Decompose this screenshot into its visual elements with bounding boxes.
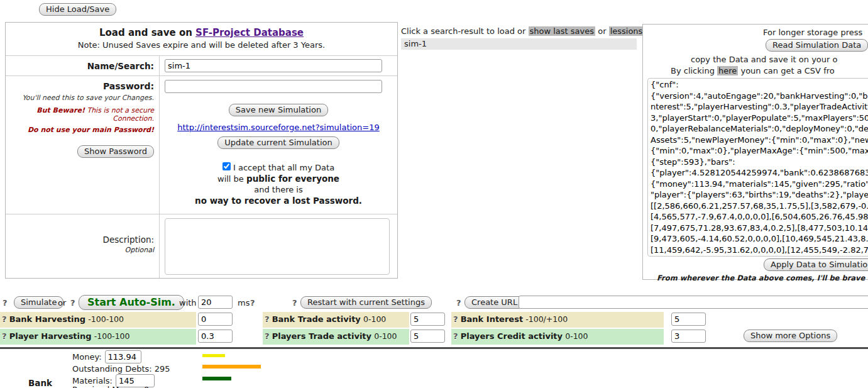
bank-interest-range: -100/+100 [525, 314, 568, 324]
restart-help-icon[interactable]: ? [292, 298, 297, 308]
csv-hint-suffix: youn can get a CSV fro [738, 66, 834, 75]
bank-trade-range: 0-100 [363, 314, 386, 324]
accept-line-3: and there is [160, 184, 397, 196]
search-header-or: or [595, 26, 609, 36]
warning-rest: This is not a secure Connection. [85, 106, 154, 123]
description-textarea[interactable] [165, 218, 390, 275]
bank-harvesting-label: Bank Harvesting [9, 314, 85, 324]
save-new-simulation-button[interactable]: Save new Simulation [229, 104, 328, 116]
players-trade-cell: ? Players Trade activity 0-100 [263, 329, 409, 345]
ms-label: ms [238, 298, 250, 308]
bank-trade-input[interactable] [410, 313, 445, 326]
search-results-header: Click a search-result to load or show la… [401, 26, 637, 36]
start-auto-sim-button[interactable]: Start Auto-Sim. [79, 295, 184, 310]
accept-line-4: no way to recover a lost Password. [195, 196, 362, 206]
description-optional-label: Optional [6, 246, 154, 254]
expire-note: Note: Unused Saves expire and will be de… [6, 40, 397, 50]
players-credit-label: Players Credit activity [461, 331, 563, 341]
simulation-data-panel: For longer storage press Read Simulation… [642, 24, 868, 280]
simulate-help-icon[interactable]: ? [3, 298, 8, 308]
player-harvesting-help-icon[interactable]: ? [2, 331, 7, 341]
description-label: Description: [6, 235, 154, 245]
bank-interest-help-icon[interactable]: ? [453, 314, 458, 324]
password-label: Password: [6, 81, 154, 91]
accept-line-2-prefix: will be [217, 174, 246, 184]
update-simulation-button[interactable]: Update current Simulation [217, 136, 339, 149]
players-credit-range: 0-100 [565, 331, 588, 341]
bank-trade-cell: ? Bank Trade activity 0-100 [263, 312, 409, 328]
show-password-button[interactable]: Show Password [77, 145, 154, 158]
accept-line-1: I accept that all my Data [233, 163, 334, 172]
bank-harvesting-input[interactable] [198, 313, 233, 326]
bank-params-row: ? Bank Harvesting -100-100 ? Bank Trade … [0, 312, 868, 328]
sf-project-database-link[interactable]: SF-Project Database [195, 27, 304, 38]
players-credit-help-icon[interactable]: ? [453, 331, 458, 341]
player-harvesting-range: -100-100 [94, 331, 130, 341]
name-search-input[interactable] [165, 59, 382, 72]
password-warning-2: Do not use your main Password! [6, 126, 154, 134]
apply-data-button[interactable]: Apply Data to Simulation [764, 258, 868, 271]
money-bar [202, 354, 225, 357]
hide-load-save-button[interactable]: Hide Load/Save [39, 3, 116, 16]
bank-interest-input[interactable] [671, 313, 706, 326]
players-trade-input[interactable] [410, 330, 445, 343]
accept-checkbox[interactable] [222, 162, 231, 170]
players-trade-help-icon[interactable]: ? [265, 331, 270, 341]
accept-terms-block: I accept that all my Data will be public… [160, 162, 397, 206]
show-last-saves-link[interactable]: show last saves [529, 26, 596, 36]
search-results-panel: Click a search-result to load or show la… [401, 26, 637, 50]
accept-line-2-bold: public for everyone [246, 174, 339, 184]
players-trade-label: Players Trade activity [272, 331, 371, 341]
storage-hint-line-2: copy the Data and save it on your o [643, 52, 868, 64]
player-harvesting-cell: ? Player Harvesting -100-100 [0, 329, 196, 345]
materials-label: Materials: [72, 376, 113, 385]
apply-data-footnote: From wherever the Data above comes, I'll… [643, 271, 868, 282]
player-harvesting-input[interactable] [198, 330, 233, 343]
money-input[interactable] [105, 350, 141, 363]
password-hint: You'll need this to save your Changes. [6, 94, 154, 102]
search-header-prefix: Click a search-result to load or [401, 26, 529, 36]
interval-help-icon[interactable]: ? [250, 298, 255, 308]
player-params-row: ? Player Harvesting -100-100 ? Players T… [0, 329, 868, 345]
read-simulation-data-button[interactable]: Read Simulation Data [766, 39, 868, 52]
bank-section-label: Bank [28, 378, 52, 388]
password-warning-1: But Beware! This is not a secure Connect… [6, 106, 154, 123]
lessions-link[interactable]: lessions. [609, 26, 647, 36]
search-result-item[interactable]: sim-1 [401, 38, 637, 50]
simulation-url-link[interactable]: http://interestsim.sourceforge.net?simul… [160, 123, 397, 132]
players-credit-cell: ? Players Credit activity 0-100 [451, 329, 664, 345]
show-more-options-button[interactable]: Show more Options [744, 330, 837, 342]
debts-bar [202, 365, 261, 369]
create-url-help-icon[interactable]: ? [456, 298, 461, 308]
create-url-button[interactable]: Create URL [464, 296, 524, 309]
bank-interest-cell: ? Bank Interest -100/+100 [451, 312, 664, 328]
created-url-input[interactable] [519, 296, 868, 309]
simulate-button[interactable]: Simulate [14, 296, 63, 309]
players-credit-input[interactable] [671, 330, 706, 343]
bank-money-row: Money: [72, 350, 141, 363]
bank-harvesting-range: -100-100 [88, 314, 124, 324]
players-trade-range: 0-100 [374, 331, 397, 341]
simulation-data-textarea[interactable]: {"cnf": {"version":4,"autoEngage":20,"ba… [647, 78, 868, 257]
bank-received-row: Received Money: 0 [72, 385, 149, 388]
storage-hint-line-1: For longer storage press [643, 25, 868, 37]
warning-bold: But Beware! [36, 106, 85, 114]
auto-sim-help-icon[interactable]: ? [70, 298, 75, 308]
outstanding-debts-label: Outstanding Debts: 295 [72, 364, 170, 374]
received-money-label: Received Money: 0 [72, 385, 149, 388]
bank-trade-help-icon[interactable]: ? [265, 314, 270, 324]
password-input[interactable] [165, 80, 382, 93]
csv-here-link[interactable]: here [717, 66, 738, 75]
bank-harvesting-cell: ? Bank Harvesting -100-100 [0, 312, 196, 328]
interval-ms-input[interactable] [198, 296, 233, 309]
load-save-header: Load and save on SF-Project Database Not… [6, 23, 397, 55]
restart-settings-button[interactable]: Restart with current Settings [300, 296, 432, 309]
load-save-panel: Load and save on SF-Project Database Not… [5, 22, 398, 279]
money-label: Money: [72, 352, 102, 362]
storage-hint-line-3: By clicking here youn can get a CSV fro [643, 64, 868, 75]
with-label: with [179, 298, 197, 308]
section-divider [0, 347, 868, 349]
title-prefix: Load and save on [99, 27, 195, 38]
name-search-label: Name/Search: [6, 56, 160, 75]
bank-harvesting-help-icon[interactable]: ? [2, 314, 7, 324]
